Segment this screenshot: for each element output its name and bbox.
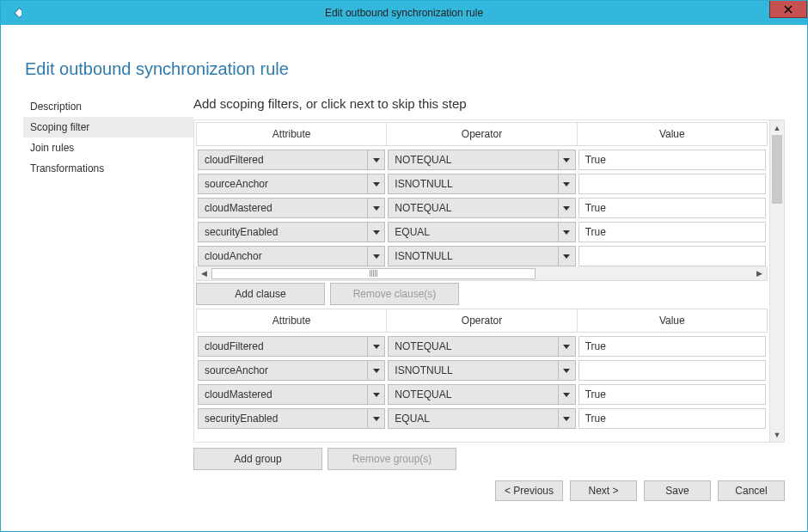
operator-combo[interactable]	[388, 198, 575, 218]
dropdown-button[interactable]	[559, 198, 576, 218]
scroll-thumb[interactable]	[211, 268, 536, 279]
attribute-combo[interactable]	[198, 150, 385, 170]
scroll-down-arrow[interactable]: ▼	[770, 427, 784, 442]
remove-group-button[interactable]: Remove group(s)	[327, 448, 456, 470]
scroll-thumb[interactable]	[772, 135, 782, 204]
operator-combo[interactable]	[388, 408, 575, 429]
filter-group: AttributeOperatorValue◀▶Add clauseRemove…	[196, 122, 768, 305]
dropdown-button[interactable]	[368, 222, 385, 242]
previous-button[interactable]: < Previous	[495, 480, 563, 501]
dropdown-button[interactable]	[559, 360, 576, 381]
main-panel: Add scoping filters, or click next to sk…	[193, 96, 785, 517]
operator-input[interactable]	[388, 408, 558, 429]
dropdown-button[interactable]	[559, 408, 576, 429]
sidebar-item-scoping-filter[interactable]: Scoping filter	[23, 117, 193, 138]
dropdown-button[interactable]	[559, 246, 576, 266]
vertical-scrollbar[interactable]: ▲ ▼	[769, 120, 784, 442]
value-input[interactable]	[578, 222, 766, 242]
operator-input[interactable]	[388, 198, 558, 218]
sidebar-item-transformations[interactable]: Transformations	[23, 158, 193, 179]
value-input[interactable]	[578, 198, 766, 218]
value-input[interactable]	[578, 174, 766, 194]
attribute-input[interactable]	[198, 384, 368, 405]
remove-clause-button[interactable]: Remove clause(s)	[330, 283, 459, 305]
value-cell	[578, 384, 766, 405]
scroll-right-arrow[interactable]: ▶	[752, 266, 767, 280]
dropdown-button[interactable]	[559, 174, 576, 194]
value-input[interactable]	[578, 246, 766, 266]
operator-input[interactable]	[388, 246, 558, 266]
filter-row	[196, 384, 768, 405]
dropdown-button[interactable]	[368, 150, 385, 170]
operator-combo[interactable]	[388, 336, 575, 357]
value-cell	[578, 198, 766, 218]
dropdown-button[interactable]	[559, 150, 576, 170]
dropdown-button[interactable]	[368, 360, 385, 381]
scroll-track[interactable]	[211, 268, 752, 279]
dropdown-button[interactable]	[368, 246, 385, 266]
attribute-combo[interactable]	[198, 336, 385, 357]
dropdown-button[interactable]	[559, 336, 576, 357]
operator-input[interactable]	[388, 222, 558, 242]
operator-input[interactable]	[388, 384, 558, 405]
clause-buttons-row: Add clauseRemove clause(s)	[196, 283, 768, 305]
attribute-input[interactable]	[198, 336, 368, 357]
scroll-up-arrow[interactable]: ▲	[770, 120, 784, 135]
sidebar-item-join-rules[interactable]: Join rules	[23, 138, 193, 158]
attribute-combo[interactable]	[198, 408, 385, 429]
operator-combo[interactable]	[388, 174, 575, 194]
close-button[interactable]	[769, 1, 807, 18]
value-input[interactable]	[578, 150, 766, 170]
attribute-combo[interactable]	[198, 360, 385, 381]
dropdown-button[interactable]	[559, 384, 576, 405]
attribute-input[interactable]	[198, 150, 368, 170]
dropdown-button[interactable]	[368, 384, 385, 405]
operator-combo[interactable]	[388, 360, 575, 381]
value-cell	[578, 222, 766, 242]
operator-combo[interactable]	[388, 246, 575, 266]
value-input[interactable]	[578, 408, 766, 429]
value-input[interactable]	[578, 384, 766, 405]
dropdown-button[interactable]	[368, 336, 385, 357]
page-heading: Edit outbound synchronization rule	[25, 59, 785, 79]
dropdown-button[interactable]	[368, 408, 385, 429]
column-header-operator: Operator	[387, 123, 577, 145]
operator-input[interactable]	[388, 150, 558, 170]
save-button[interactable]: Save	[644, 480, 711, 501]
attribute-combo[interactable]	[198, 222, 385, 242]
operator-combo[interactable]	[388, 222, 575, 242]
operator-input[interactable]	[388, 336, 558, 357]
add-clause-button[interactable]: Add clause	[196, 283, 325, 305]
attribute-combo[interactable]	[198, 384, 385, 405]
app-icon	[8, 6, 21, 20]
filter-row	[196, 222, 768, 242]
horizontal-scrollbar[interactable]: ◀▶	[196, 266, 768, 281]
attribute-input[interactable]	[198, 198, 368, 218]
column-header-operator: Operator	[387, 309, 577, 332]
value-input[interactable]	[578, 336, 766, 357]
column-header-attribute: Attribute	[197, 123, 387, 145]
attribute-input[interactable]	[198, 360, 368, 381]
dropdown-button[interactable]	[368, 174, 385, 194]
value-cell	[578, 408, 766, 429]
dropdown-button[interactable]	[368, 198, 385, 218]
attribute-combo[interactable]	[198, 246, 385, 266]
attribute-input[interactable]	[198, 222, 368, 242]
cancel-button[interactable]: Cancel	[718, 480, 785, 501]
attribute-input[interactable]	[198, 174, 368, 194]
filter-row	[196, 246, 768, 266]
attribute-combo[interactable]	[198, 198, 385, 218]
add-group-button[interactable]: Add group	[193, 448, 322, 470]
attribute-combo[interactable]	[198, 174, 385, 194]
sidebar-item-description[interactable]: Description	[23, 96, 193, 117]
scroll-left-arrow[interactable]: ◀	[197, 266, 211, 280]
dropdown-button[interactable]	[559, 222, 576, 242]
attribute-input[interactable]	[198, 246, 368, 266]
operator-combo[interactable]	[388, 150, 575, 170]
next-button[interactable]: Next >	[570, 480, 637, 501]
attribute-input[interactable]	[198, 408, 368, 429]
operator-input[interactable]	[388, 360, 558, 381]
operator-combo[interactable]	[388, 384, 575, 405]
operator-input[interactable]	[388, 174, 558, 194]
value-input[interactable]	[578, 360, 766, 381]
